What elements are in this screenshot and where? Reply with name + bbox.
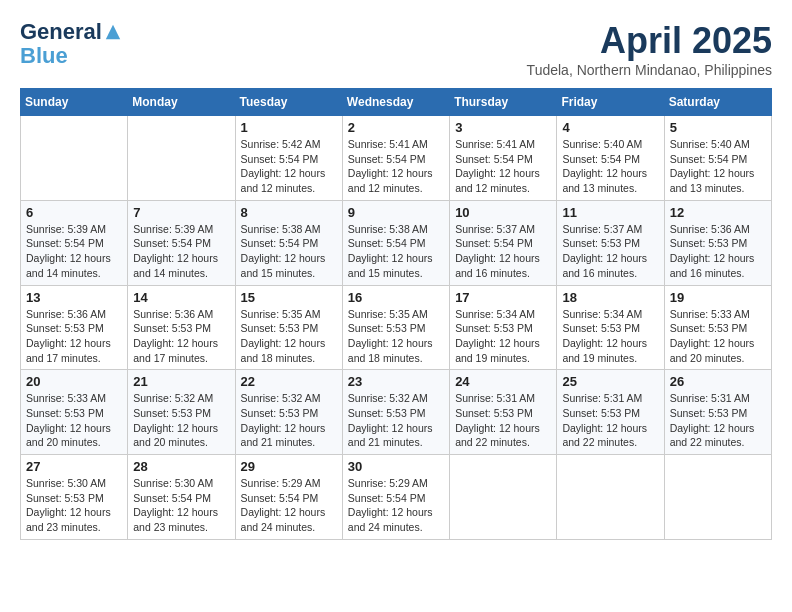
calendar-cell (664, 455, 771, 540)
calendar-cell: 6Sunrise: 5:39 AMSunset: 5:54 PMDaylight… (21, 200, 128, 285)
day-info: Sunrise: 5:38 AMSunset: 5:54 PMDaylight:… (348, 222, 444, 281)
calendar-week-4: 20Sunrise: 5:33 AMSunset: 5:53 PMDayligh… (21, 370, 772, 455)
day-info: Sunrise: 5:34 AMSunset: 5:53 PMDaylight:… (562, 307, 658, 366)
calendar-cell (557, 455, 664, 540)
weekday-header-thursday: Thursday (450, 89, 557, 116)
calendar-cell: 23Sunrise: 5:32 AMSunset: 5:53 PMDayligh… (342, 370, 449, 455)
calendar-cell: 16Sunrise: 5:35 AMSunset: 5:53 PMDayligh… (342, 285, 449, 370)
day-number: 26 (670, 374, 766, 389)
calendar-table: SundayMondayTuesdayWednesdayThursdayFrid… (20, 88, 772, 540)
day-number: 5 (670, 120, 766, 135)
day-number: 3 (455, 120, 551, 135)
day-info: Sunrise: 5:31 AMSunset: 5:53 PMDaylight:… (562, 391, 658, 450)
day-number: 4 (562, 120, 658, 135)
day-info: Sunrise: 5:32 AMSunset: 5:53 PMDaylight:… (241, 391, 337, 450)
day-number: 9 (348, 205, 444, 220)
day-info: Sunrise: 5:35 AMSunset: 5:53 PMDaylight:… (241, 307, 337, 366)
day-info: Sunrise: 5:35 AMSunset: 5:53 PMDaylight:… (348, 307, 444, 366)
calendar-cell (450, 455, 557, 540)
day-info: Sunrise: 5:32 AMSunset: 5:53 PMDaylight:… (348, 391, 444, 450)
calendar-cell: 11Sunrise: 5:37 AMSunset: 5:53 PMDayligh… (557, 200, 664, 285)
day-number: 24 (455, 374, 551, 389)
calendar-week-1: 1Sunrise: 5:42 AMSunset: 5:54 PMDaylight… (21, 116, 772, 201)
day-number: 23 (348, 374, 444, 389)
weekday-header-sunday: Sunday (21, 89, 128, 116)
calendar-cell (128, 116, 235, 201)
day-info: Sunrise: 5:29 AMSunset: 5:54 PMDaylight:… (348, 476, 444, 535)
day-info: Sunrise: 5:30 AMSunset: 5:54 PMDaylight:… (133, 476, 229, 535)
calendar-cell: 28Sunrise: 5:30 AMSunset: 5:54 PMDayligh… (128, 455, 235, 540)
day-info: Sunrise: 5:40 AMSunset: 5:54 PMDaylight:… (670, 137, 766, 196)
calendar-cell: 14Sunrise: 5:36 AMSunset: 5:53 PMDayligh… (128, 285, 235, 370)
weekday-header-wednesday: Wednesday (342, 89, 449, 116)
day-info: Sunrise: 5:34 AMSunset: 5:53 PMDaylight:… (455, 307, 551, 366)
day-number: 28 (133, 459, 229, 474)
logo-text-general: General (20, 20, 102, 44)
day-info: Sunrise: 5:37 AMSunset: 5:53 PMDaylight:… (562, 222, 658, 281)
day-number: 25 (562, 374, 658, 389)
logo-text-blue: Blue (20, 44, 122, 68)
calendar-week-5: 27Sunrise: 5:30 AMSunset: 5:53 PMDayligh… (21, 455, 772, 540)
calendar-cell: 26Sunrise: 5:31 AMSunset: 5:53 PMDayligh… (664, 370, 771, 455)
calendar-cell: 1Sunrise: 5:42 AMSunset: 5:54 PMDaylight… (235, 116, 342, 201)
calendar-week-3: 13Sunrise: 5:36 AMSunset: 5:53 PMDayligh… (21, 285, 772, 370)
svg-marker-0 (106, 25, 120, 39)
page-header: General Blue April 2025 Tudela, Northern… (20, 20, 772, 78)
day-number: 18 (562, 290, 658, 305)
day-number: 27 (26, 459, 122, 474)
calendar-cell: 17Sunrise: 5:34 AMSunset: 5:53 PMDayligh… (450, 285, 557, 370)
day-info: Sunrise: 5:31 AMSunset: 5:53 PMDaylight:… (670, 391, 766, 450)
day-info: Sunrise: 5:37 AMSunset: 5:54 PMDaylight:… (455, 222, 551, 281)
day-number: 22 (241, 374, 337, 389)
calendar-cell: 5Sunrise: 5:40 AMSunset: 5:54 PMDaylight… (664, 116, 771, 201)
calendar-cell: 4Sunrise: 5:40 AMSunset: 5:54 PMDaylight… (557, 116, 664, 201)
day-info: Sunrise: 5:41 AMSunset: 5:54 PMDaylight:… (348, 137, 444, 196)
day-info: Sunrise: 5:33 AMSunset: 5:53 PMDaylight:… (670, 307, 766, 366)
calendar-cell: 8Sunrise: 5:38 AMSunset: 5:54 PMDaylight… (235, 200, 342, 285)
day-number: 8 (241, 205, 337, 220)
day-number: 1 (241, 120, 337, 135)
calendar-cell: 9Sunrise: 5:38 AMSunset: 5:54 PMDaylight… (342, 200, 449, 285)
title-block: April 2025 Tudela, Northern Mindanao, Ph… (527, 20, 772, 78)
calendar-cell: 15Sunrise: 5:35 AMSunset: 5:53 PMDayligh… (235, 285, 342, 370)
day-number: 29 (241, 459, 337, 474)
calendar-cell: 2Sunrise: 5:41 AMSunset: 5:54 PMDaylight… (342, 116, 449, 201)
weekday-header-friday: Friday (557, 89, 664, 116)
calendar-cell: 20Sunrise: 5:33 AMSunset: 5:53 PMDayligh… (21, 370, 128, 455)
day-info: Sunrise: 5:39 AMSunset: 5:54 PMDaylight:… (26, 222, 122, 281)
day-info: Sunrise: 5:39 AMSunset: 5:54 PMDaylight:… (133, 222, 229, 281)
day-number: 16 (348, 290, 444, 305)
weekday-header-monday: Monday (128, 89, 235, 116)
day-number: 2 (348, 120, 444, 135)
day-info: Sunrise: 5:32 AMSunset: 5:53 PMDaylight:… (133, 391, 229, 450)
day-info: Sunrise: 5:31 AMSunset: 5:53 PMDaylight:… (455, 391, 551, 450)
day-number: 20 (26, 374, 122, 389)
day-info: Sunrise: 5:30 AMSunset: 5:53 PMDaylight:… (26, 476, 122, 535)
month-title: April 2025 (527, 20, 772, 62)
calendar-cell: 27Sunrise: 5:30 AMSunset: 5:53 PMDayligh… (21, 455, 128, 540)
weekday-header-saturday: Saturday (664, 89, 771, 116)
calendar-cell: 3Sunrise: 5:41 AMSunset: 5:54 PMDaylight… (450, 116, 557, 201)
calendar-cell: 7Sunrise: 5:39 AMSunset: 5:54 PMDaylight… (128, 200, 235, 285)
logo: General Blue (20, 20, 122, 68)
day-number: 15 (241, 290, 337, 305)
calendar-cell: 22Sunrise: 5:32 AMSunset: 5:53 PMDayligh… (235, 370, 342, 455)
calendar-cell: 13Sunrise: 5:36 AMSunset: 5:53 PMDayligh… (21, 285, 128, 370)
calendar-cell: 24Sunrise: 5:31 AMSunset: 5:53 PMDayligh… (450, 370, 557, 455)
day-info: Sunrise: 5:36 AMSunset: 5:53 PMDaylight:… (133, 307, 229, 366)
day-number: 12 (670, 205, 766, 220)
calendar-cell: 21Sunrise: 5:32 AMSunset: 5:53 PMDayligh… (128, 370, 235, 455)
day-number: 13 (26, 290, 122, 305)
calendar-cell (21, 116, 128, 201)
logo-icon (104, 23, 122, 41)
day-number: 19 (670, 290, 766, 305)
calendar-cell: 10Sunrise: 5:37 AMSunset: 5:54 PMDayligh… (450, 200, 557, 285)
day-info: Sunrise: 5:29 AMSunset: 5:54 PMDaylight:… (241, 476, 337, 535)
calendar-cell: 30Sunrise: 5:29 AMSunset: 5:54 PMDayligh… (342, 455, 449, 540)
day-number: 10 (455, 205, 551, 220)
day-number: 21 (133, 374, 229, 389)
location: Tudela, Northern Mindanao, Philippines (527, 62, 772, 78)
calendar-header-row: SundayMondayTuesdayWednesdayThursdayFrid… (21, 89, 772, 116)
day-number: 14 (133, 290, 229, 305)
calendar-cell: 18Sunrise: 5:34 AMSunset: 5:53 PMDayligh… (557, 285, 664, 370)
